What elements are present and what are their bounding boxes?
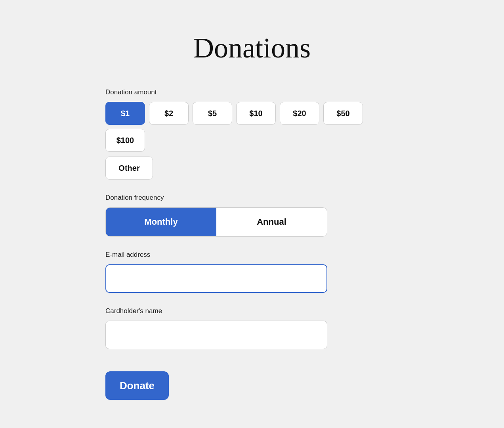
amount-buttons-group: $1 $2 $5 $10 $20 $50 $100 bbox=[105, 102, 399, 152]
email-input[interactable] bbox=[105, 264, 327, 293]
frequency-btn-annual[interactable]: Annual bbox=[216, 208, 327, 236]
donate-button[interactable]: Donate bbox=[105, 371, 169, 400]
amount-btn-20[interactable]: $20 bbox=[280, 102, 319, 125]
donation-frequency-section: Donation frequency Monthly Annual bbox=[105, 194, 399, 237]
amount-btn-5[interactable]: $5 bbox=[193, 102, 232, 125]
amount-btn-2[interactable]: $2 bbox=[149, 102, 189, 125]
donation-amount-label: Donation amount bbox=[105, 88, 399, 96]
frequency-toggle: Monthly Annual bbox=[105, 207, 327, 237]
main-container: Donations Donation amount $1 $2 $5 $10 $… bbox=[90, 24, 414, 424]
amount-btn-other[interactable]: Other bbox=[105, 157, 153, 180]
donate-label: Donate bbox=[120, 380, 155, 392]
donation-frequency-label: Donation frequency bbox=[105, 194, 399, 202]
email-section: E-mail address bbox=[105, 251, 399, 293]
cardholder-label: Cardholder's name bbox=[105, 307, 399, 315]
amount-btn-100[interactable]: $100 bbox=[105, 129, 145, 152]
donation-amount-section: Donation amount $1 $2 $5 $10 $20 $50 $10… bbox=[105, 88, 399, 180]
email-label: E-mail address bbox=[105, 251, 399, 259]
frequency-btn-monthly[interactable]: Monthly bbox=[106, 208, 216, 236]
cardholder-input[interactable] bbox=[105, 321, 327, 349]
annual-label: Annual bbox=[257, 217, 286, 227]
other-label: Other bbox=[118, 164, 139, 173]
amount-btn-10[interactable]: $10 bbox=[236, 102, 276, 125]
amount-btn-1[interactable]: $1 bbox=[105, 102, 145, 125]
monthly-label: Monthly bbox=[144, 217, 178, 227]
page-title: Donations bbox=[105, 32, 399, 65]
amount-btn-50[interactable]: $50 bbox=[323, 102, 363, 125]
cardholder-section: Cardholder's name bbox=[105, 307, 399, 349]
